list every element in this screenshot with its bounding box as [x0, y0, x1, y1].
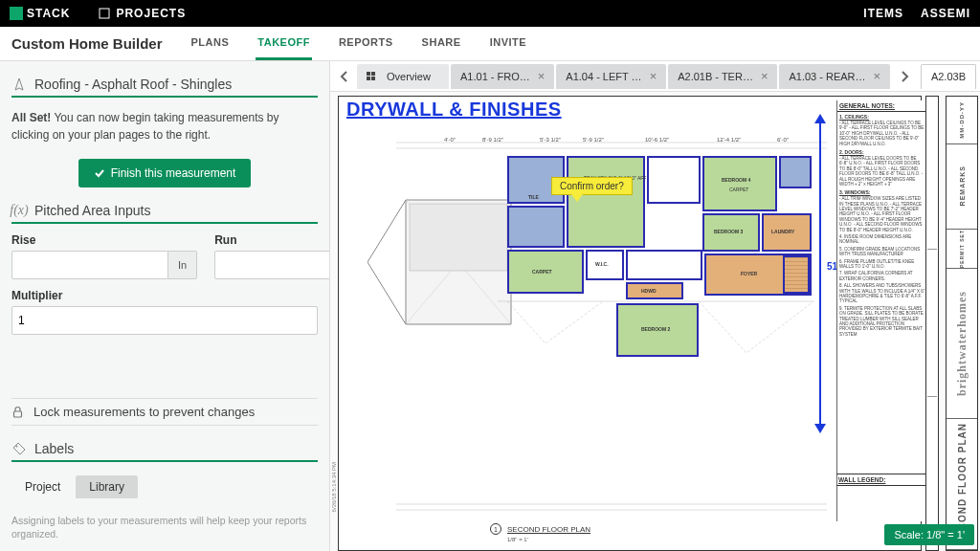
- titleblock-right: MM-DD-YY REMARKS PERMIT SET brightwaterh…: [946, 96, 978, 551]
- room-tile2: [507, 206, 565, 248]
- tag-icon: [11, 441, 27, 456]
- labels-tab-library[interactable]: Library: [76, 475, 138, 498]
- titleblock-strip: [925, 96, 939, 551]
- plan-tab-a101[interactable]: A1.01 - FRO… ×: [451, 64, 554, 89]
- rise-input[interactable]: [11, 251, 168, 279]
- plan-tab-overview[interactable]: Overview: [357, 64, 449, 89]
- plan-tab-detached[interactable]: A2.03B: [921, 64, 976, 89]
- room-hall: [626, 250, 702, 280]
- scale-button[interactable]: Scale: 1/8" = 1': [884, 524, 974, 545]
- lock-icon: [11, 406, 24, 418]
- close-icon[interactable]: ×: [538, 69, 546, 83]
- brand-text: STACK: [27, 7, 70, 20]
- project-title: Custom Home Builder: [11, 35, 163, 52]
- nav-items[interactable]: ITEMS: [863, 7, 903, 20]
- room-closet: [647, 156, 701, 204]
- brand-logo[interactable]: STACK: [10, 7, 70, 20]
- plan-tab-a104[interactable]: A1.04 - LEFT … ×: [556, 64, 666, 89]
- rise-label: Rise: [11, 233, 197, 247]
- plan-caption: 1 SECOND FLOOR PLAN: [490, 523, 590, 535]
- room-bath-small: [779, 156, 812, 188]
- labels-help-text: Assigning labels to your measurements wi…: [11, 508, 318, 541]
- logo-mark-icon: [10, 7, 23, 20]
- multiplier-input[interactable]: [11, 306, 318, 335]
- stairs-icon: [783, 255, 810, 294]
- measurement-heading: Roofing - Asphalt Roof - Shingles: [11, 71, 318, 98]
- measure-dimension[interactable]: [815, 116, 825, 431]
- tab-takeoff[interactable]: TAKEOFF: [256, 27, 312, 60]
- drawing-title: DRYWALL & FINISHES: [346, 99, 562, 121]
- labels-tabs: Project Library: [11, 475, 318, 498]
- dim-lines-bottom-icon: [396, 498, 827, 521]
- projects-icon: [99, 8, 110, 19]
- room-owners-suite: [567, 156, 645, 248]
- pitched-heading: f(x) Pitched Area Inputs: [11, 197, 318, 224]
- annotation-callout[interactable]: Confirm order?: [551, 177, 633, 195]
- run-label: Run: [214, 233, 330, 247]
- multiplier-label: Multiplier: [11, 289, 318, 302]
- labels-heading: Labels: [11, 435, 318, 462]
- nav-assemblies[interactable]: ASSEMI: [921, 7, 970, 20]
- projects-link[interactable]: PROJECTS: [99, 7, 186, 20]
- svg-rect-0: [100, 9, 109, 18]
- app-topbar: STACK PROJECTS ITEMS ASSEMI: [0, 0, 980, 27]
- tab-invite[interactable]: INVITE: [488, 27, 528, 60]
- plan-tab-a103[interactable]: A1.03 - REAR… ×: [779, 64, 890, 89]
- tab-share[interactable]: SHARE: [420, 27, 463, 60]
- drawing-sheet: 6/26/18 5:14:34 PM DRYWALL & FINISHES 4'…: [338, 96, 922, 551]
- print-timestamp: 6/26/18 5:14:34 PM: [331, 462, 337, 512]
- roof-dashed-icon: [498, 296, 823, 372]
- project-navbar: Custom Home Builder PLANS TAKEOFF REPORT…: [0, 27, 980, 61]
- general-notes: GENERAL NOTES: 1. CEILINGS: - ALL TERRAC…: [836, 100, 927, 521]
- room-bedroom4: [702, 156, 777, 211]
- svg-point-2: [16, 445, 18, 447]
- left-panel: Roofing - Asphalt Roof - Shingles All Se…: [0, 61, 330, 551]
- tabs-scroll-left[interactable]: [334, 63, 355, 90]
- plan-tab-a201b[interactable]: A2.01B - TER… ×: [668, 64, 777, 89]
- svg-marker-10: [814, 424, 826, 433]
- svg-marker-9: [814, 114, 826, 123]
- close-icon[interactable]: ×: [874, 69, 881, 83]
- plan-area: Overview A1.01 - FRO… × A1.04 - LEFT … ×…: [330, 61, 980, 551]
- close-icon[interactable]: ×: [761, 69, 768, 83]
- finish-measurement-button[interactable]: Finish this measurement: [78, 159, 252, 187]
- tab-reports[interactable]: REPORTS: [337, 27, 395, 60]
- wall-legend: WALL LEGEND:: [836, 474, 927, 518]
- compass-icon: [11, 77, 27, 92]
- grid-icon: [367, 72, 375, 80]
- check-icon: [94, 167, 105, 179]
- tabs-scroll-right[interactable]: [894, 63, 915, 90]
- close-icon[interactable]: ×: [650, 69, 657, 83]
- lock-row[interactable]: Lock measurements to prevent changes: [11, 398, 318, 426]
- plan-tabstrip: Overview A1.01 - FRO… × A1.04 - LEFT … ×…: [330, 61, 980, 92]
- allset-message: All Set! You can now begin taking measur…: [11, 107, 318, 149]
- svg-rect-1: [14, 411, 22, 417]
- svg-rect-8: [410, 204, 507, 271]
- run-input[interactable]: [214, 251, 330, 279]
- plan-canvas[interactable]: 6/26/18 5:14:34 PM DRYWALL & FINISHES 4'…: [330, 92, 980, 551]
- labels-tab-project[interactable]: Project: [11, 475, 74, 498]
- rise-unit: In: [168, 251, 197, 279]
- tab-plans[interactable]: PLANS: [189, 27, 232, 60]
- fx-icon: f(x): [11, 203, 27, 218]
